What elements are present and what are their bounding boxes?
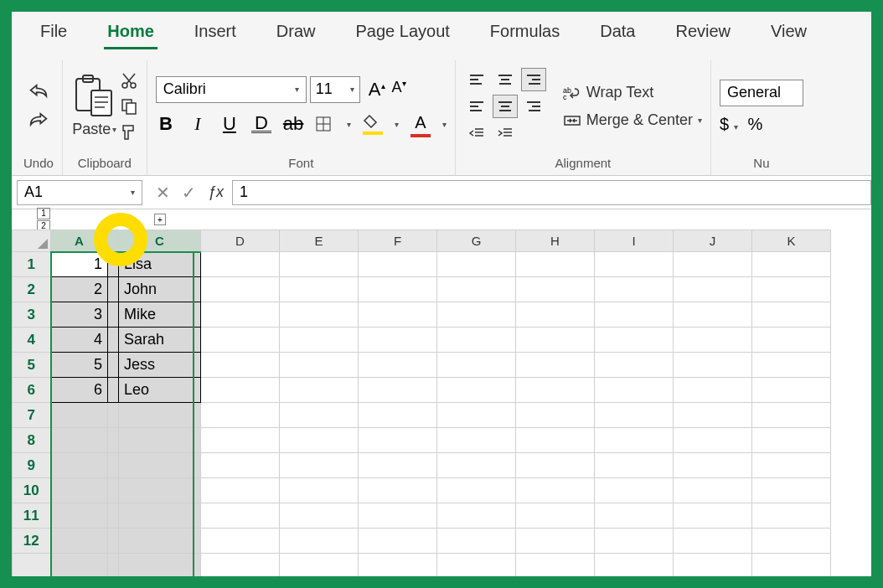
row-header[interactable]: 8 [13, 428, 51, 453]
copy-button[interactable] [120, 97, 138, 116]
row-header[interactable]: 9 [13, 453, 51, 478]
wrap-text-button[interactable]: abc Wrap Text [563, 84, 702, 101]
group-undo: Undo [15, 60, 63, 175]
cell[interactable]: 1 [51, 252, 108, 277]
italic-button[interactable]: I [188, 113, 208, 135]
group-number: General $ ▾ % Nu [711, 60, 812, 175]
tab-page-layout[interactable]: Page Layout [353, 15, 453, 48]
outline-expand-button[interactable]: + [154, 214, 166, 225]
double-underline-button[interactable]: D [251, 116, 271, 133]
cell[interactable]: 5 [51, 353, 108, 378]
col-header-f[interactable]: F [359, 230, 437, 252]
align-top-right-button[interactable] [521, 68, 546, 91]
cell[interactable]: Lisa [119, 252, 201, 277]
ribbon-body: Undo [12, 50, 871, 176]
col-header-k[interactable]: K [752, 230, 831, 252]
row-header[interactable]: 4 [13, 328, 51, 353]
align-left-button[interactable] [464, 95, 489, 118]
group-font: Calibri▾ 11▾ A▴ A▾ B I U D ab [147, 60, 456, 175]
chevron-down-icon[interactable]: ▾ [442, 120, 447, 129]
increase-indent-button[interactable] [493, 121, 518, 145]
tab-formulas[interactable]: Formulas [487, 15, 563, 48]
align-top-left-button[interactable] [464, 68, 489, 91]
increase-font-button[interactable]: A▴ [369, 79, 385, 101]
svg-rect-11 [127, 103, 136, 114]
number-format-select[interactable]: General [720, 80, 803, 106]
cell[interactable]: John [119, 277, 201, 302]
cell[interactable]: 2 [51, 277, 108, 302]
tab-data[interactable]: Data [596, 15, 638, 48]
name-box[interactable]: A1▾ [17, 180, 142, 205]
group-label-font: Font [288, 152, 313, 175]
enter-formula-button[interactable]: ✓ [182, 183, 196, 203]
tab-insert[interactable]: Insert [191, 15, 240, 48]
select-all-corner[interactable] [13, 230, 51, 252]
group-clipboard: Paste ▾ Clipboard [63, 60, 147, 175]
group-label-number: Nu [753, 152, 769, 175]
chevron-down-icon[interactable]: ▾ [347, 120, 351, 129]
tab-file[interactable]: File [37, 15, 70, 48]
outline-level-1[interactable]: 1 [37, 208, 50, 219]
percent-format-button[interactable]: % [748, 115, 763, 134]
paste-label: Paste [72, 121, 111, 138]
col-header-j[interactable]: J [674, 230, 752, 252]
chevron-down-icon[interactable]: ▾ [395, 120, 399, 129]
cancel-formula-button[interactable]: ✕ [156, 183, 170, 203]
spreadsheet-grid[interactable]: A C D E F G H I J K 11Lisa 22John 33Mike… [12, 230, 871, 576]
redo-button[interactable] [27, 111, 50, 131]
row-header[interactable] [13, 554, 51, 577]
cell[interactable]: Mike [119, 302, 201, 328]
row-header[interactable]: 10 [13, 478, 51, 503]
fill-color-button[interactable] [363, 114, 383, 135]
col-header-d[interactable]: D [201, 230, 280, 252]
row-header[interactable]: 1 [13, 252, 51, 277]
merge-center-button[interactable]: Merge & Center ▾ [563, 111, 702, 129]
format-painter-button[interactable] [120, 122, 138, 141]
decrease-font-button[interactable]: A▾ [392, 79, 406, 101]
row-header[interactable]: 6 [13, 378, 51, 403]
strikethrough-button[interactable]: ab [283, 113, 303, 135]
font-name-select[interactable]: Calibri▾ [156, 76, 307, 103]
cell[interactable]: 6 [51, 378, 108, 403]
row-header[interactable]: 3 [13, 302, 51, 328]
tab-draw[interactable]: Draw [273, 15, 319, 48]
paste-button[interactable]: Paste ▾ [71, 72, 118, 138]
cell[interactable]: Leo [119, 378, 201, 403]
cell[interactable]: 3 [51, 302, 108, 328]
align-right-button[interactable] [521, 95, 546, 118]
bold-button[interactable]: B [156, 113, 176, 135]
outline-bar: 1 2 + [12, 209, 871, 230]
col-header-e[interactable]: E [280, 230, 359, 252]
cell[interactable]: Sarah [119, 328, 201, 353]
col-header-a[interactable]: A [51, 230, 108, 252]
cut-button[interactable] [120, 72, 138, 90]
col-header-i[interactable]: I [595, 230, 674, 252]
row-header[interactable]: 2 [13, 277, 51, 302]
cell[interactable]: 4 [51, 328, 108, 353]
formula-input[interactable]: 1 [232, 180, 871, 205]
undo-button[interactable] [27, 82, 50, 102]
row-header[interactable]: 7 [13, 403, 51, 428]
col-header-g[interactable]: G [437, 230, 516, 252]
tab-view[interactable]: View [767, 15, 810, 48]
accounting-format-button[interactable]: $ ▾ [720, 115, 738, 134]
cell[interactable]: Jess [119, 353, 201, 378]
group-label-alignment: Alignment [555, 152, 612, 175]
tab-home[interactable]: Home [104, 15, 157, 48]
decrease-indent-button[interactable] [464, 121, 489, 145]
insert-function-button[interactable]: ƒx [208, 183, 224, 201]
font-size-select[interactable]: 11▾ [310, 76, 360, 103]
borders-button[interactable] [315, 116, 335, 132]
col-header-c[interactable]: C [119, 230, 201, 252]
font-color-button[interactable]: A [411, 111, 431, 137]
row-header[interactable]: 12 [13, 529, 51, 554]
group-alignment: abc Wrap Text Merge & Center ▾ Alignment [456, 60, 711, 175]
row-header[interactable]: 11 [13, 503, 51, 529]
row-header[interactable]: 5 [13, 353, 51, 378]
align-top-center-button[interactable] [493, 68, 518, 91]
tab-review[interactable]: Review [672, 15, 734, 48]
align-center-button[interactable] [493, 95, 518, 118]
col-header-h[interactable]: H [516, 230, 595, 252]
col-header-b[interactable] [108, 230, 119, 252]
underline-button[interactable]: U [219, 113, 240, 135]
